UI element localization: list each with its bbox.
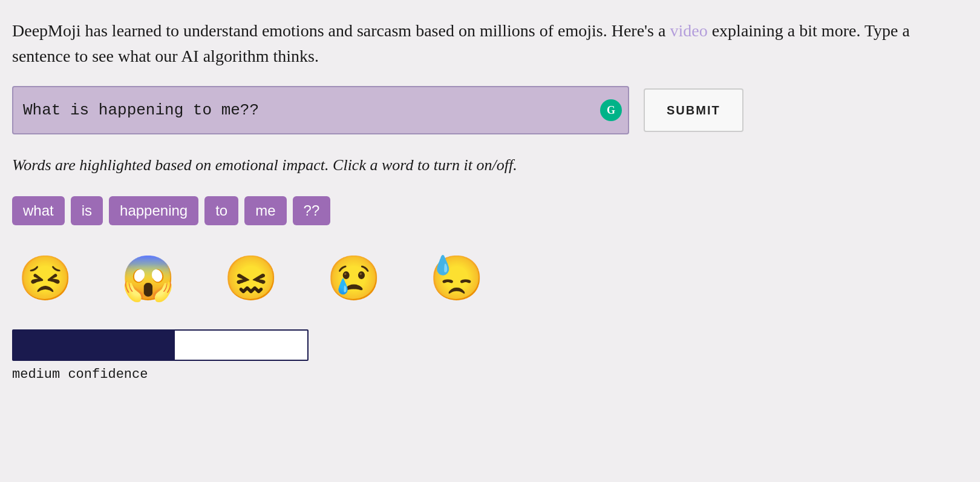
video-link[interactable]: video xyxy=(670,21,707,40)
crying-face-emoji: 😢 xyxy=(327,257,381,300)
confidence-bar-filled xyxy=(13,331,175,360)
sentence-input[interactable] xyxy=(12,86,629,134)
face-screaming-emoji: 😱 xyxy=(121,257,175,300)
confidence-section: medium confidence xyxy=(12,329,968,382)
word-token[interactable]: ?? xyxy=(293,196,331,225)
input-wrapper: G xyxy=(12,86,629,134)
emoji-row: 😣😱😖😢😓 xyxy=(12,257,968,300)
word-token[interactable]: what xyxy=(12,196,65,225)
confidence-label: medium confidence xyxy=(12,367,968,382)
confidence-bar-empty xyxy=(175,331,307,360)
word-token[interactable]: me xyxy=(244,196,286,225)
grammarly-icon[interactable]: G xyxy=(600,99,622,121)
confidence-bar xyxy=(12,329,309,361)
description-part1: DeepMoji has learned to understand emoti… xyxy=(12,21,670,40)
word-token[interactable]: to xyxy=(204,196,238,225)
word-tokens-container: whatishappeningtome?? xyxy=(12,196,968,225)
persevering-face-emoji: 😣 xyxy=(18,257,73,300)
confounded-face-emoji: 😖 xyxy=(224,257,278,300)
input-row: G SUBMIT xyxy=(12,86,968,134)
instructions-text: Words are highlighted based on emotional… xyxy=(12,156,968,174)
submit-button[interactable]: SUBMIT xyxy=(644,88,743,132)
word-token[interactable]: happening xyxy=(109,196,198,225)
downcast-sweat-face-emoji: 😓 xyxy=(430,257,484,300)
description-text: DeepMoji has learned to understand emoti… xyxy=(12,18,956,69)
word-token[interactable]: is xyxy=(71,196,103,225)
